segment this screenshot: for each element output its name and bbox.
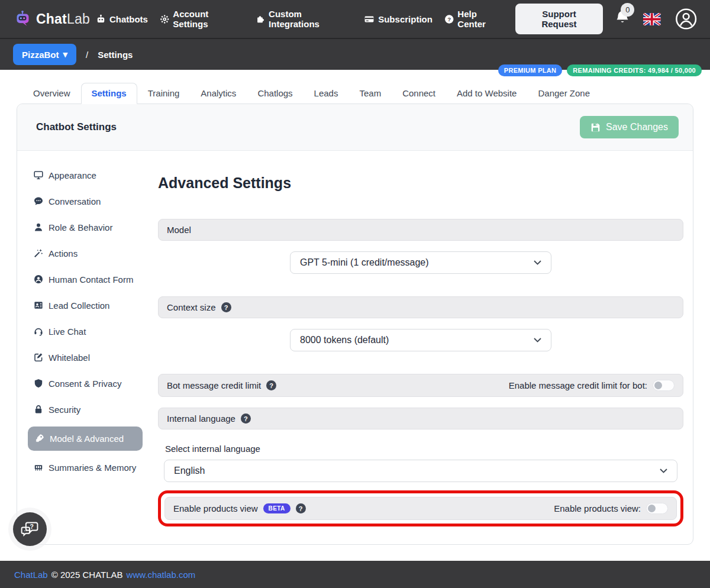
credit-card-icon xyxy=(364,14,375,24)
person-circle-icon xyxy=(34,274,43,284)
card-body: Appearance Conversation Role & Behavior xyxy=(17,151,693,544)
card-header: Chatbot Settings Save Changes xyxy=(17,104,693,151)
products-view-help-icon[interactable]: ? xyxy=(296,503,306,513)
sidebar-item-conversation[interactable]: Conversation xyxy=(29,192,143,211)
products-view-toggle[interactable] xyxy=(646,503,668,514)
support-request-button[interactable]: Support Request xyxy=(515,4,604,34)
context-size-select[interactable]: 8000 tokens (default) xyxy=(290,329,551,351)
chevron-down-icon xyxy=(534,260,541,265)
chat-bubbles-icon: ? .. xyxy=(20,521,40,538)
sidebar-item-model-advanced[interactable]: Model & Advanced xyxy=(28,427,143,451)
save-floppy-icon xyxy=(590,122,601,133)
status-badges: PREMIUM PLAN REMAINING CREDITS: 49,984 /… xyxy=(498,64,702,76)
gear-icon xyxy=(160,14,169,24)
tab-danger-zone[interactable]: Danger Zone xyxy=(527,83,601,104)
caret-down-icon: ▾ xyxy=(63,49,68,60)
id-card-icon xyxy=(34,301,43,310)
puzzle-icon xyxy=(256,14,265,24)
nav-menu: Chatbots Account Settings Custom Integra… xyxy=(96,9,506,29)
chatbot-settings-card: Chatbot Settings Save Changes Appearance xyxy=(17,104,693,545)
page-title: Advanced Settings xyxy=(158,175,683,192)
sidebar-item-security[interactable]: Security xyxy=(29,400,143,419)
user-avatar-icon[interactable] xyxy=(675,8,697,30)
model-select[interactable]: GPT 5-mini (1 credit/message) xyxy=(290,251,551,274)
credit-limit-toggle[interactable] xyxy=(653,380,674,391)
top-navbar: ChatLab Chatbots Account Settings Custom… xyxy=(0,0,710,38)
bot-tabs: Overview Settings Training Analytics Cha… xyxy=(22,83,710,104)
products-view-highlight-annotation: Enable products view BETA ? Enable produ… xyxy=(158,490,683,526)
chatlab-logo[interactable]: ChatLab xyxy=(13,9,90,28)
memory-chip-icon xyxy=(34,463,43,472)
pen-square-icon xyxy=(34,353,43,362)
monitor-icon xyxy=(34,170,43,180)
internal-language-help-icon[interactable]: ? xyxy=(241,413,251,424)
magic-wand-icon xyxy=(34,248,43,258)
uk-flag-icon[interactable] xyxy=(643,13,660,25)
speech-bubble-icon xyxy=(34,196,43,206)
credit-limit-help-icon[interactable]: ? xyxy=(266,380,276,390)
tab-chatlogs[interactable]: Chatlogs xyxy=(247,83,303,104)
credit-limit-toggle-label: Enable message credit limit for bot: xyxy=(509,380,647,390)
sidebar-item-live-chat[interactable]: Live Chat xyxy=(29,322,143,341)
beta-badge: BETA xyxy=(263,503,291,513)
context-size-help-icon[interactable]: ? xyxy=(221,302,231,312)
bot-selector-dropdown[interactable]: PizzaBot ▾ xyxy=(13,44,76,65)
sidebar-item-lead-collection[interactable]: Lead Collection xyxy=(29,296,143,315)
sidebar-item-human-contact-form[interactable]: Human Contact Form xyxy=(29,270,143,289)
tab-settings[interactable]: Settings xyxy=(81,83,137,104)
products-view-toggle-label: Enable products view: xyxy=(554,503,641,513)
model-section-header: Model xyxy=(158,219,683,241)
tab-leads[interactable]: Leads xyxy=(304,83,349,104)
premium-plan-badge: PREMIUM PLAN xyxy=(498,64,563,76)
nav-item-help-center[interactable]: ? Help Center xyxy=(444,9,506,29)
internal-language-select[interactable]: English xyxy=(164,460,677,482)
nav-item-account-settings[interactable]: Account Settings xyxy=(160,9,244,29)
sidebar-item-whitelabel[interactable]: Whitelabel xyxy=(29,348,143,367)
help-chat-widget-button[interactable]: ? .. xyxy=(13,512,47,546)
shield-icon xyxy=(34,379,43,388)
save-changes-button[interactable]: Save Changes xyxy=(580,116,679,138)
sidebar-item-summaries-memory[interactable]: Summaries & Memory xyxy=(29,458,143,477)
robot-icon xyxy=(96,14,106,24)
products-view-section-header: Enable products view BETA ? Enable produ… xyxy=(164,497,677,520)
notification-count-badge: 0 xyxy=(621,3,634,17)
internal-language-select-label: Select internal language xyxy=(165,444,683,454)
tab-add-to-website[interactable]: Add to Website xyxy=(446,83,527,104)
sidebar-item-appearance[interactable]: Appearance xyxy=(29,166,143,185)
headset-icon xyxy=(34,327,43,336)
tab-overview[interactable]: Overview xyxy=(22,83,81,104)
chatlab-robot-logo-icon xyxy=(13,9,32,28)
tab-analytics[interactable]: Analytics xyxy=(190,83,247,104)
person-icon xyxy=(34,222,43,232)
help-circle-icon: ? xyxy=(444,14,454,24)
credit-limit-section-header: Bot message credit limit ? Enable messag… xyxy=(158,374,683,397)
sidebar-item-consent-privacy[interactable]: Consent & Privacy xyxy=(29,374,143,393)
page-footer: ChatLab © 2025 CHATLAB www.chatlab.com xyxy=(0,561,710,588)
nav-item-custom-integrations[interactable]: Custom Integrations xyxy=(256,9,353,29)
svg-text:?: ? xyxy=(30,523,33,529)
sidebar-item-actions[interactable]: Actions xyxy=(29,244,143,263)
tab-connect[interactable]: Connect xyxy=(392,83,446,104)
sidebar-item-role-behavior[interactable]: Role & Behavior xyxy=(29,218,143,237)
rocket-icon xyxy=(35,434,44,443)
lock-icon xyxy=(34,405,43,414)
breadcrumb-separator: / xyxy=(86,50,88,60)
footer-copyright: © 2025 CHATLAB xyxy=(51,570,123,580)
settings-sidebar: Appearance Conversation Role & Behavior xyxy=(29,166,143,526)
remaining-credits-badge: REMAINING CREDITS: 49,984 / 50,000 xyxy=(567,64,702,76)
breadcrumb-current: Settings xyxy=(98,50,133,60)
footer-brand-link[interactable]: ChatLab xyxy=(14,570,48,580)
context-size-section-header: Context size ? xyxy=(158,296,683,318)
tab-training[interactable]: Training xyxy=(137,83,191,104)
footer-site-link[interactable]: www.chatlab.com xyxy=(127,570,196,580)
svg-text:?: ? xyxy=(447,15,451,22)
tab-team[interactable]: Team xyxy=(348,83,392,104)
settings-content: Advanced Settings Model GPT 5-mini (1 cr… xyxy=(143,166,685,526)
notifications-button[interactable]: 0 xyxy=(615,9,630,28)
nav-item-subscription[interactable]: Subscription xyxy=(364,14,433,24)
nav-item-chatbots[interactable]: Chatbots xyxy=(96,14,148,24)
chevron-down-icon xyxy=(660,469,667,473)
internal-language-section-header: Internal language ? xyxy=(158,408,683,429)
brand-wordmark: ChatLab xyxy=(36,11,90,27)
card-title: Chatbot Settings xyxy=(36,121,117,133)
